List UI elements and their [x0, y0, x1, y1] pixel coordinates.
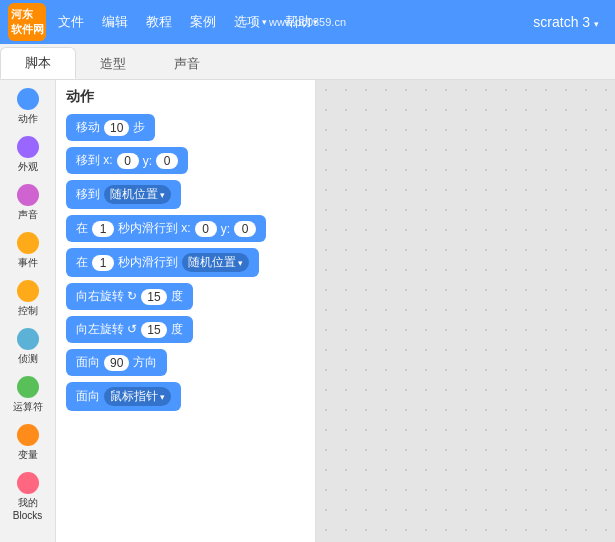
block-dropdown[interactable]: 随机位置	[104, 185, 171, 204]
menu-item-options[interactable]: 选项 ▾	[226, 9, 275, 35]
sidebar-item-我的Blocks[interactable]: 我的Blocks	[2, 468, 54, 525]
sidebar-item-控制[interactable]: 控制	[2, 276, 54, 322]
block-dropdown[interactable]: 鼠标指针	[104, 387, 171, 406]
block-input[interactable]: 10	[104, 120, 129, 136]
block-turn-right[interactable]: 向右旋转 ↻15度	[66, 283, 193, 310]
menu-item-examples[interactable]: 案例	[182, 9, 224, 35]
sidebar-dot-事件	[17, 232, 39, 254]
block-text: 移动	[76, 119, 100, 136]
block-text: 面向	[76, 354, 100, 371]
block-input[interactable]: 0	[234, 221, 256, 237]
block-text: 秒内滑行到 x:	[118, 220, 191, 237]
sidebar-item-侦测[interactable]: 侦测	[2, 324, 54, 370]
sidebar-label-外观: 外观	[18, 160, 38, 174]
block-row-turn-left: 向左旋转 ↺15度	[66, 316, 305, 343]
block-text: 在	[76, 254, 88, 271]
block-text: 在	[76, 220, 88, 237]
tab-sound[interactable]: 声音	[150, 49, 224, 79]
block-move-steps[interactable]: 移动10步	[66, 114, 155, 141]
sidebar-dot-运算符	[17, 376, 39, 398]
block-text: 向右旋转 ↻	[76, 288, 137, 305]
menu-item-edit[interactable]: 编辑	[94, 9, 136, 35]
tab-costume[interactable]: 造型	[76, 49, 150, 79]
block-text: y:	[221, 222, 230, 236]
sidebar-item-声音[interactable]: 声音	[2, 180, 54, 226]
block-input[interactable]: 15	[141, 289, 166, 305]
blocks-container: 移动10步移到 x:0y:0移到随机位置在1秒内滑行到 x:0y:0在1秒内滑行…	[66, 114, 305, 411]
block-input[interactable]: 0	[156, 153, 178, 169]
sidebar-label-我的Blocks: 我的Blocks	[4, 496, 52, 521]
block-input[interactable]: 15	[141, 322, 166, 338]
sidebar-dot-变量	[17, 424, 39, 446]
block-text: 面向	[76, 388, 100, 405]
sidebar-item-动作[interactable]: 动作	[2, 84, 54, 130]
sidebar-label-侦测: 侦测	[18, 352, 38, 366]
logo: 河东软件网	[8, 3, 46, 41]
block-input[interactable]: 1	[92, 221, 114, 237]
block-row-point-towards: 面向鼠标指针	[66, 382, 305, 411]
sidebar-dot-动作	[17, 88, 39, 110]
stage	[316, 80, 615, 542]
sidebar-item-变量[interactable]: 变量	[2, 420, 54, 466]
menu-item-file[interactable]: 文件	[50, 9, 92, 35]
sidebar-label-控制: 控制	[18, 304, 38, 318]
sidebar-dot-侦测	[17, 328, 39, 350]
block-goto-xy[interactable]: 移到 x:0y:0	[66, 147, 188, 174]
watermark: www.pc0359.cn	[269, 16, 346, 28]
block-text: 秒内滑行到	[118, 254, 178, 271]
scratch-arrow-icon: ▾	[594, 19, 599, 29]
menu-item-tutorial[interactable]: 教程	[138, 9, 180, 35]
block-point-direction[interactable]: 面向90方向	[66, 349, 167, 376]
block-text: 方向	[133, 354, 157, 371]
block-row-glide-to-xy: 在1秒内滑行到 x:0y:0	[66, 215, 305, 242]
block-input[interactable]: 1	[92, 255, 114, 271]
block-text: 步	[133, 119, 145, 136]
block-text: 移到	[76, 186, 100, 203]
sidebar-label-声音: 声音	[18, 208, 38, 222]
tab-row: 脚本 造型 声音	[0, 44, 615, 80]
sidebar-item-事件[interactable]: 事件	[2, 228, 54, 274]
sidebar: 动作外观声音事件控制侦测运算符变量我的Blocks	[0, 80, 56, 542]
block-text: 度	[171, 288, 183, 305]
block-row-goto-random: 移到随机位置	[66, 180, 305, 209]
block-text: y:	[143, 154, 152, 168]
blocks-panel: 动作 移动10步移到 x:0y:0移到随机位置在1秒内滑行到 x:0y:0在1秒…	[56, 80, 316, 542]
sidebar-dot-我的Blocks	[17, 472, 39, 494]
sidebar-dot-外观	[17, 136, 39, 158]
block-glide-to-random[interactable]: 在1秒内滑行到随机位置	[66, 248, 259, 277]
sidebar-label-动作: 动作	[18, 112, 38, 126]
block-glide-to-xy[interactable]: 在1秒内滑行到 x:0y:0	[66, 215, 266, 242]
block-goto-random[interactable]: 移到随机位置	[66, 180, 181, 209]
scratch-label: scratch 3 ▾	[533, 14, 599, 30]
tab-script[interactable]: 脚本	[0, 47, 76, 79]
logo-text: 河东软件网	[11, 7, 44, 37]
block-row-point-direction: 面向90方向	[66, 349, 305, 376]
block-point-towards[interactable]: 面向鼠标指针	[66, 382, 181, 411]
main-area: 动作外观声音事件控制侦测运算符变量我的Blocks 动作 移动10步移到 x:0…	[0, 80, 615, 542]
block-row-glide-to-random: 在1秒内滑行到随机位置	[66, 248, 305, 277]
options-arrow-icon: ▾	[262, 17, 267, 27]
block-text: 向左旋转 ↺	[76, 321, 137, 338]
block-turn-left[interactable]: 向左旋转 ↺15度	[66, 316, 193, 343]
menubar: 河东软件网 文件 编辑 教程 案例 选项 ▾ 帮助 ▾ www.pc0359.c…	[0, 0, 615, 44]
block-text: 度	[171, 321, 183, 338]
sidebar-label-运算符: 运算符	[13, 400, 43, 414]
block-row-goto-xy: 移到 x:0y:0	[66, 147, 305, 174]
sidebar-dot-控制	[17, 280, 39, 302]
block-input[interactable]: 0	[117, 153, 139, 169]
sidebar-item-外观[interactable]: 外观	[2, 132, 54, 178]
block-row-move-steps: 移动10步	[66, 114, 305, 141]
block-input[interactable]: 90	[104, 355, 129, 371]
sidebar-label-事件: 事件	[18, 256, 38, 270]
sidebar-item-运算符[interactable]: 运算符	[2, 372, 54, 418]
section-title: 动作	[66, 88, 305, 106]
block-dropdown[interactable]: 随机位置	[182, 253, 249, 272]
block-row-turn-right: 向右旋转 ↻15度	[66, 283, 305, 310]
block-text: 移到 x:	[76, 152, 113, 169]
block-input[interactable]: 0	[195, 221, 217, 237]
sidebar-label-变量: 变量	[18, 448, 38, 462]
sidebar-dot-声音	[17, 184, 39, 206]
